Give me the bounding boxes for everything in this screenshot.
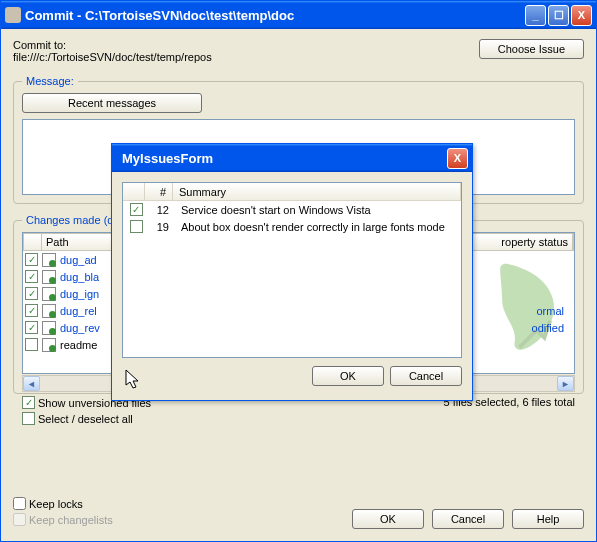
file-checkbox[interactable] (25, 304, 38, 317)
dialog-titlebar[interactable]: MyIssuesForm X (112, 144, 472, 172)
select-deselect-label: Select / deselect all (38, 413, 133, 425)
issue-row[interactable]: 12Service doesn't start on Windows Vista (123, 201, 461, 218)
file-name: dug_ign (60, 288, 99, 300)
file-checkbox[interactable] (25, 270, 38, 283)
help-button[interactable]: Help (512, 509, 584, 529)
commit-url: file:///c:/TortoiseSVN/doc/test/temp/rep… (13, 51, 471, 63)
recent-messages-button[interactable]: Recent messages (22, 93, 202, 113)
titlebar[interactable]: Commit - C:\TortoiseSVN\doc\test\temp\do… (1, 1, 596, 29)
maximize-button[interactable]: ☐ (548, 5, 569, 26)
app-icon (5, 7, 21, 23)
minimize-button[interactable]: _ (525, 5, 546, 26)
message-legend: Message: (22, 75, 78, 87)
scroll-right-icon[interactable]: ► (557, 376, 574, 391)
file-icon (42, 321, 56, 335)
close-button[interactable]: X (571, 5, 592, 26)
window-title: Commit - C:\TortoiseSVN\doc\test\temp\do… (25, 8, 525, 23)
scroll-left-icon[interactable]: ◄ (23, 376, 40, 391)
file-status: odified (532, 322, 564, 334)
issues-header-number[interactable]: # (145, 183, 173, 200)
keep-locks-checkbox[interactable] (13, 497, 26, 510)
issue-number: 19 (147, 221, 175, 233)
file-name: dug_bla (60, 271, 99, 283)
file-checkbox[interactable] (25, 253, 38, 266)
file-name: readme (60, 339, 97, 351)
issue-checkbox[interactable] (130, 220, 143, 233)
header-check[interactable] (24, 234, 42, 250)
file-status: ormal (536, 305, 564, 317)
file-icon (42, 270, 56, 284)
issues-dialog: MyIssuesForm X # Summary 12Service doesn… (111, 143, 473, 401)
issue-row[interactable]: 19About box doesn't render correctly in … (123, 218, 461, 235)
file-icon (42, 287, 56, 301)
choose-issue-button[interactable]: Choose Issue (479, 39, 584, 59)
issue-number: 12 (147, 204, 175, 216)
issues-list-header[interactable]: # Summary (123, 183, 461, 201)
issue-summary: Service doesn't start on Windows Vista (175, 204, 459, 216)
issues-header-summary[interactable]: Summary (173, 183, 461, 200)
dialog-cancel-button[interactable]: Cancel (390, 366, 462, 386)
file-name: dug_ad (60, 254, 97, 266)
issues-list[interactable]: # Summary 12Service doesn't start on Win… (122, 182, 462, 358)
keep-changelists-checkbox (13, 513, 26, 526)
issue-summary: About box doesn't render correctly in la… (175, 221, 459, 233)
changes-legend: Changes made (d (22, 214, 117, 226)
header-path[interactable]: Path (42, 234, 114, 250)
file-checkbox[interactable] (25, 338, 38, 351)
file-checkbox[interactable] (25, 287, 38, 300)
dialog-ok-button[interactable]: OK (312, 366, 384, 386)
issues-header-check[interactable] (123, 183, 145, 200)
commit-window: Commit - C:\TortoiseSVN\doc\test\temp\do… (0, 0, 597, 542)
file-icon (42, 253, 56, 267)
dialog-close-button[interactable]: X (447, 148, 468, 169)
file-name: dug_rev (60, 322, 100, 334)
cancel-button[interactable]: Cancel (432, 509, 504, 529)
dialog-title: MyIssuesForm (116, 151, 447, 166)
keep-changelists-label: Keep changelists (29, 514, 113, 526)
commit-to-label: Commit to: (13, 39, 471, 51)
file-icon (42, 304, 56, 318)
show-unversioned-checkbox[interactable] (22, 396, 35, 409)
file-icon (42, 338, 56, 352)
ok-button[interactable]: OK (352, 509, 424, 529)
file-checkbox[interactable] (25, 321, 38, 334)
file-name: dug_rel (60, 305, 97, 317)
issue-checkbox[interactable] (130, 203, 143, 216)
select-deselect-checkbox[interactable] (22, 412, 35, 425)
keep-locks-label: Keep locks (29, 498, 83, 510)
